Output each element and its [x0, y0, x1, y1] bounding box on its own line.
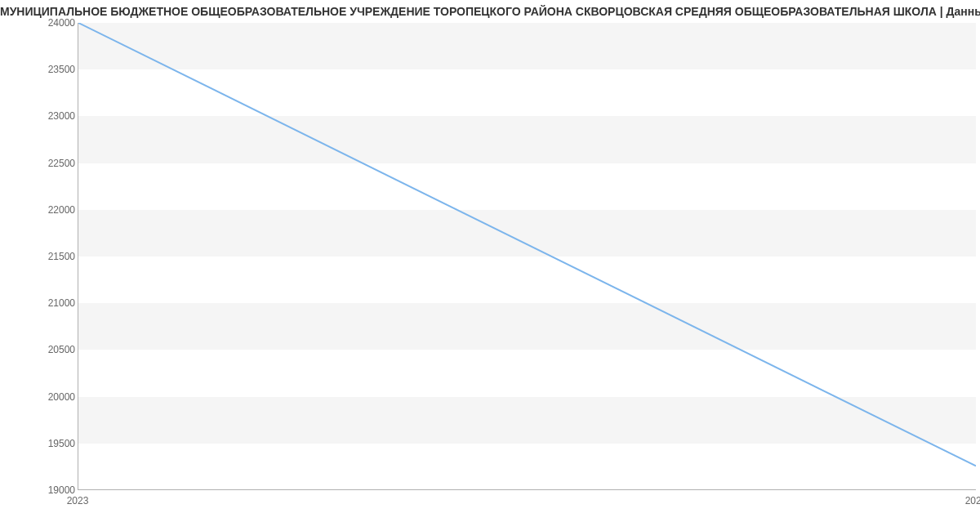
y-tick-label: 21000 [48, 297, 75, 309]
data-series-line [78, 23, 976, 466]
line-svg [78, 23, 976, 489]
y-tick-label: 22500 [48, 158, 75, 169]
x-tick-label: 2023 [67, 495, 89, 506]
y-tick-label: 24000 [48, 17, 75, 29]
y-tick-label: 22000 [48, 204, 75, 216]
y-tick-label: 19000 [48, 484, 75, 496]
y-tick-label: 23500 [48, 64, 75, 75]
chart-container: 1900019500200002050021000215002200022500… [0, 23, 980, 521]
y-tick-label: 20500 [48, 344, 75, 355]
y-tick-label: 20000 [48, 391, 75, 403]
y-tick-label: 23000 [48, 110, 75, 122]
y-tick-label: 21500 [48, 251, 75, 262]
y-tick-label: 19500 [48, 438, 75, 449]
plot-area [78, 23, 976, 490]
x-tick-label: 2024 [965, 495, 980, 506]
chart-title: МУНИЦИПАЛЬНОЕ БЮДЖЕТНОЕ ОБЩЕОБРАЗОВАТЕЛЬ… [0, 5, 980, 18]
